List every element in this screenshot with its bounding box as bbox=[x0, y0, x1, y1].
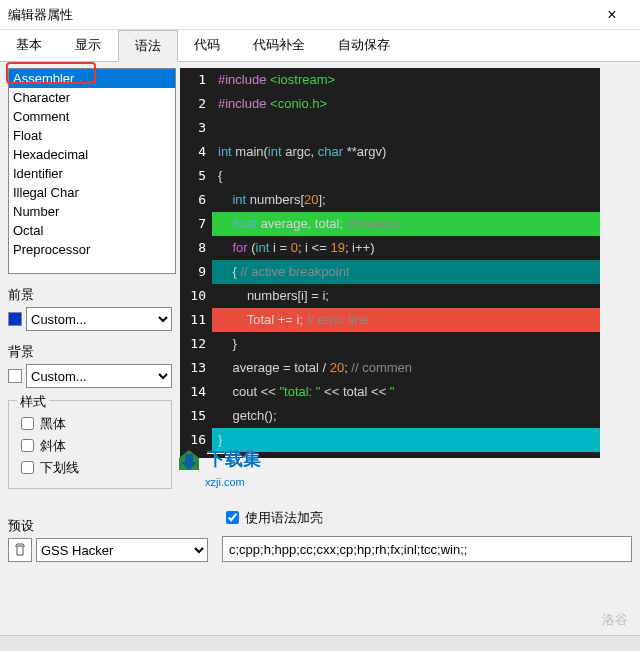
titlebar: 编辑器属性 × bbox=[0, 0, 640, 30]
background-label: 背景 bbox=[8, 343, 172, 361]
background-select[interactable]: Custom... bbox=[26, 364, 172, 388]
tab-basic[interactable]: 基本 bbox=[0, 30, 59, 61]
window-title: 编辑器属性 bbox=[8, 6, 592, 24]
tab-code[interactable]: 代码 bbox=[178, 30, 237, 61]
underline-checkbox[interactable]: 下划线 bbox=[17, 458, 163, 477]
list-item[interactable]: Octal bbox=[9, 221, 175, 240]
highlighting-checkbox[interactable]: 使用语法加亮 bbox=[222, 508, 632, 527]
foreground-swatch bbox=[8, 312, 22, 326]
background-swatch bbox=[8, 369, 22, 383]
syntax-listbox[interactable]: Assembler Character Comment Float Hexade… bbox=[8, 68, 176, 274]
style-fieldset: 样式 黑体 斜体 下划线 bbox=[8, 400, 172, 489]
list-item[interactable]: Illegal Char bbox=[9, 183, 175, 202]
preset-select[interactable]: GSS Hacker bbox=[36, 538, 208, 562]
list-item[interactable]: Comment bbox=[9, 107, 175, 126]
foreground-combo[interactable]: Custom... bbox=[8, 307, 172, 331]
tab-bar: 基本 显示 语法 代码 代码补全 自动保存 bbox=[0, 30, 640, 62]
list-item[interactable]: Identifier bbox=[9, 164, 175, 183]
delete-icon bbox=[13, 543, 27, 557]
background-combo[interactable]: Custom... bbox=[8, 364, 172, 388]
tab-display[interactable]: 显示 bbox=[59, 30, 118, 61]
foreground-label: 前景 bbox=[8, 286, 172, 304]
bottom-bar bbox=[0, 635, 640, 651]
tab-autosave[interactable]: 自动保存 bbox=[322, 30, 407, 61]
close-icon[interactable]: × bbox=[592, 6, 632, 24]
bold-checkbox[interactable]: 黑体 bbox=[17, 414, 163, 433]
foreground-select[interactable]: Custom... bbox=[26, 307, 172, 331]
code-preview: 1#include <iostream>2#include <conio.h>3… bbox=[180, 68, 600, 458]
style-legend: 样式 bbox=[17, 393, 49, 411]
list-item[interactable]: Assembler bbox=[9, 69, 175, 88]
list-item[interactable]: Hexadecimal bbox=[9, 145, 175, 164]
preset-delete-button[interactable] bbox=[8, 538, 32, 562]
preset-label: 预设 bbox=[8, 517, 208, 535]
list-item[interactable]: Number bbox=[9, 202, 175, 221]
list-item[interactable]: Float bbox=[9, 126, 175, 145]
extensions-input[interactable] bbox=[222, 536, 632, 562]
italic-checkbox[interactable]: 斜体 bbox=[17, 436, 163, 455]
tab-completion[interactable]: 代码补全 bbox=[237, 30, 322, 61]
watermark-text: 洛谷 bbox=[602, 611, 628, 629]
list-item[interactable]: Preprocessor bbox=[9, 240, 175, 259]
tab-syntax[interactable]: 语法 bbox=[118, 30, 178, 62]
list-item[interactable]: Character bbox=[9, 88, 175, 107]
